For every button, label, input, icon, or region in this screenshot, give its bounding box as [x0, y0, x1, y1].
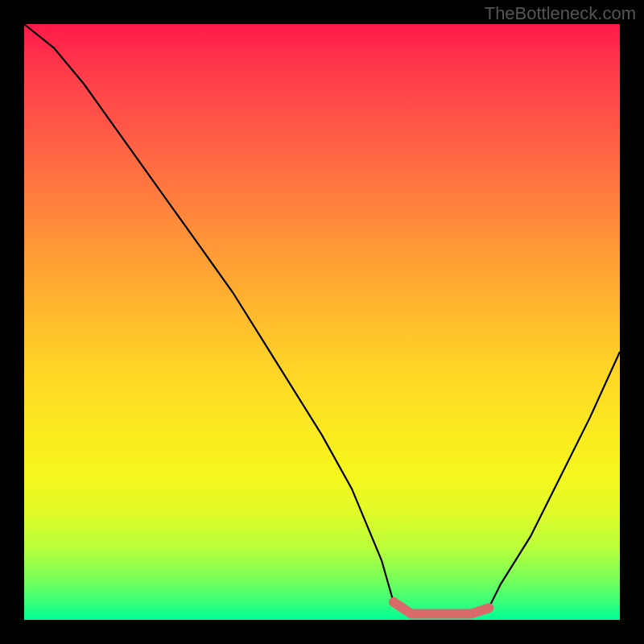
watermark-text: TheBottleneck.com	[485, 3, 636, 24]
optimal-zone-highlight	[394, 602, 489, 614]
chart-container: TheBottleneck.com	[0, 0, 644, 644]
chart-svg	[24, 24, 620, 620]
bottleneck-curve	[24, 24, 620, 614]
